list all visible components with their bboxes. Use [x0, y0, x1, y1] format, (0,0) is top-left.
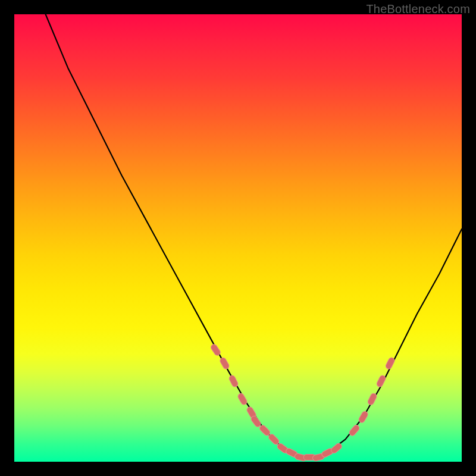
curve-line	[46, 14, 462, 458]
marker-group	[210, 343, 396, 462]
plot-area	[14, 14, 462, 462]
marker-point	[237, 393, 248, 406]
marker-point	[228, 374, 239, 387]
marker-point	[367, 393, 378, 406]
marker-point	[348, 424, 361, 437]
marker-point	[376, 374, 387, 387]
marker-point	[250, 415, 262, 428]
marker-point	[258, 424, 271, 437]
outer-frame: TheBottleneck.com	[0, 0, 476, 476]
marker-point	[385, 356, 396, 369]
marker-point	[210, 343, 221, 356]
marker-point	[268, 433, 280, 446]
marker-point	[358, 411, 369, 424]
marker-point	[330, 442, 343, 454]
chart-svg	[14, 14, 462, 462]
marker-point	[219, 356, 230, 369]
